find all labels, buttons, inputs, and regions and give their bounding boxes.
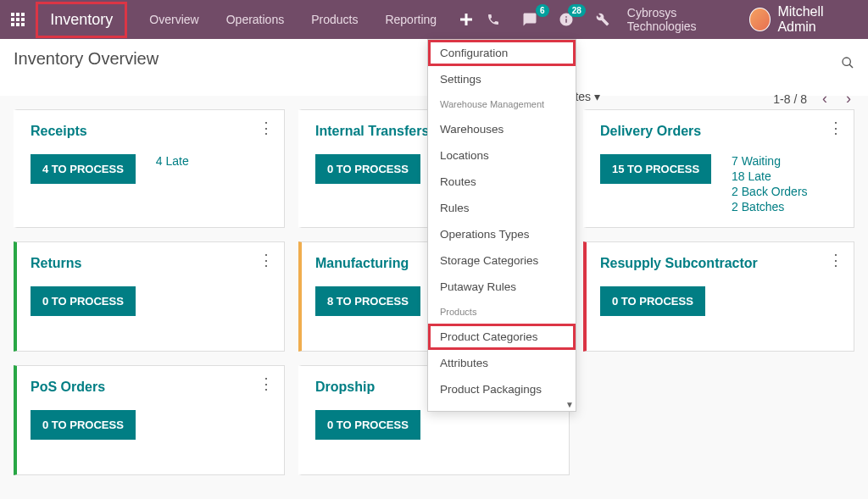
- company-switcher[interactable]: Cybrosys Technologies: [627, 6, 737, 33]
- process-button[interactable]: 0 TO PROCESS: [315, 154, 420, 184]
- activity-icon[interactable]: 28: [554, 6, 579, 33]
- card-delivery-orders: ⋮ Delivery Orders 15 TO PROCESS 7 Waitin…: [583, 109, 854, 228]
- tools-icon[interactable]: [591, 6, 615, 33]
- pager-prev[interactable]: ‹: [819, 86, 831, 111]
- dd-warehouses[interactable]: Warehouses: [428, 116, 576, 142]
- pager: 1-8 / 8 ‹ ›: [773, 86, 854, 111]
- nav-operations[interactable]: Operations: [213, 2, 298, 37]
- user-avatar: [749, 8, 771, 31]
- dd-storage-categories[interactable]: Storage Categories: [428, 247, 576, 274]
- stat-backorders[interactable]: 2 Back Orders: [732, 185, 807, 198]
- svg-rect-6: [11, 23, 14, 26]
- pager-next[interactable]: ›: [843, 86, 854, 111]
- stat-late[interactable]: 18 Late: [732, 169, 807, 183]
- svg-rect-8: [21, 23, 25, 26]
- activity-badge: 28: [568, 4, 586, 17]
- chat-icon[interactable]: 6: [518, 6, 542, 33]
- scroll-down-indicator: ▼: [565, 400, 574, 409]
- card-resupply-subcontractor: ⋮ Resupply Subcontractor 0 TO PROCESS: [583, 241, 854, 352]
- topbar-right: 6 28 Cybrosys Technologies Mitchell Admi…: [481, 4, 868, 35]
- dd-routes[interactable]: Routes: [428, 169, 576, 195]
- stat-batches[interactable]: 2 Batches: [732, 200, 807, 213]
- nav-reporting[interactable]: Reporting: [371, 2, 450, 37]
- dd-locations[interactable]: Locations: [428, 142, 576, 169]
- configuration-dropdown: Configuration Settings Warehouse Managem…: [427, 39, 576, 412]
- phone-icon[interactable]: [481, 6, 506, 33]
- svg-line-12: [849, 64, 853, 68]
- card-title[interactable]: Resupply Subcontractor: [600, 256, 840, 271]
- dd-attributes[interactable]: Attributes: [428, 350, 576, 376]
- chat-badge: 6: [536, 4, 549, 17]
- card-menu-icon[interactable]: ⋮: [259, 120, 274, 136]
- dd-product-categories[interactable]: Product Categories: [428, 324, 576, 350]
- nav-products[interactable]: Products: [298, 2, 371, 37]
- stat-late[interactable]: 4 Late: [156, 154, 189, 168]
- search-icon[interactable]: [841, 56, 854, 73]
- user-menu[interactable]: Mitchell Admin: [749, 4, 856, 35]
- plus-icon: [460, 14, 472, 25]
- plus-menu[interactable]: [450, 0, 481, 39]
- process-button[interactable]: 4 TO PROCESS: [31, 154, 136, 184]
- card-menu-icon[interactable]: ⋮: [828, 120, 843, 136]
- process-button[interactable]: 8 TO PROCESS: [315, 286, 420, 316]
- card-receipts: ⋮ Receipts 4 TO PROCESS 4 Late: [14, 109, 285, 228]
- svg-rect-4: [16, 18, 19, 21]
- card-returns: ⋮ Returns 0 TO PROCESS: [14, 241, 285, 352]
- svg-point-11: [843, 58, 850, 65]
- card-title[interactable]: Delivery Orders: [600, 124, 840, 139]
- card-title[interactable]: Returns: [31, 256, 270, 271]
- user-name: Mitchell Admin: [777, 4, 856, 35]
- svg-rect-1: [16, 13, 19, 16]
- svg-rect-5: [21, 18, 25, 21]
- dd-configuration[interactable]: Configuration: [428, 40, 576, 66]
- svg-rect-0: [11, 13, 14, 16]
- topbar: Inventory Overview Operations Products R…: [0, 0, 868, 39]
- card-pos-orders: ⋮ PoS Orders 0 TO PROCESS: [14, 365, 285, 475]
- svg-rect-10: [460, 19, 472, 21]
- process-button[interactable]: 0 TO PROCESS: [315, 410, 420, 440]
- svg-rect-2: [21, 13, 25, 16]
- nav-overview[interactable]: Overview: [136, 2, 212, 37]
- app-name[interactable]: Inventory: [36, 2, 127, 38]
- card-menu-icon[interactable]: ⋮: [828, 252, 843, 268]
- dd-header-warehouse: Warehouse Management: [428, 92, 576, 116]
- card-menu-icon[interactable]: ⋮: [259, 252, 274, 268]
- dd-putaway-rules[interactable]: Putaway Rules: [428, 274, 576, 300]
- process-button[interactable]: 0 TO PROCESS: [31, 286, 136, 316]
- stat-waiting[interactable]: 7 Waiting: [732, 154, 807, 168]
- card-menu-icon[interactable]: ⋮: [259, 376, 274, 391]
- process-button[interactable]: 15 TO PROCESS: [600, 154, 711, 184]
- pager-count: 1-8 / 8: [773, 92, 807, 106]
- dd-settings[interactable]: Settings: [428, 66, 576, 92]
- dd-rules[interactable]: Rules: [428, 195, 576, 221]
- process-button[interactable]: 0 TO PROCESS: [31, 410, 136, 440]
- dd-operations-types[interactable]: Operations Types: [428, 221, 576, 247]
- card-title[interactable]: Receipts: [31, 124, 270, 139]
- dd-header-products: Products: [428, 300, 576, 324]
- svg-rect-3: [11, 18, 14, 21]
- dd-product-packagings[interactable]: Product Packagings: [428, 376, 576, 402]
- card-title[interactable]: PoS Orders: [31, 380, 270, 395]
- grid-icon: [11, 13, 25, 26]
- svg-rect-7: [16, 23, 19, 26]
- process-button[interactable]: 0 TO PROCESS: [600, 286, 705, 316]
- nav-menu: Overview Operations Products Reporting: [136, 2, 450, 37]
- apps-icon[interactable]: [0, 0, 36, 39]
- dd-reordering-rules[interactable]: Reordering Rules: [428, 402, 576, 412]
